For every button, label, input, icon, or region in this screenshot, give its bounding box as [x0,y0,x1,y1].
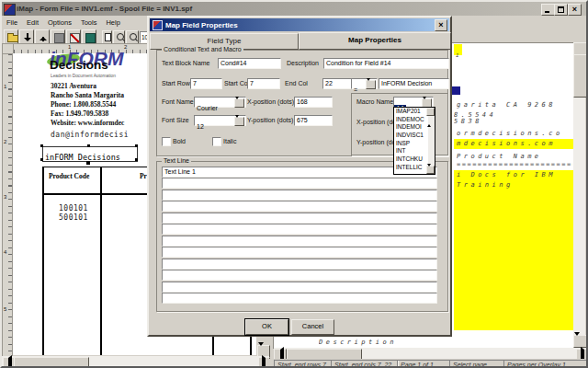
x-position-input[interactable]: 168 [294,97,333,108]
dropdown-option[interactable]: INTELLIC [394,164,426,172]
menu-tools[interactable]: Tools [81,18,97,27]
zoom-out-handle [135,39,138,41]
email-line: dan@informdecisi [51,131,129,139]
y-position-label: Y-position (dots) [247,117,293,123]
operator-combo[interactable]: = [351,78,378,89]
dropdown-option[interactable]: INSP [394,140,426,148]
font-name-combo[interactable]: Courier [194,97,246,108]
dialog-title-bar[interactable]: Map Field Properties × [150,18,449,31]
text-line-input-3[interactable] [162,190,437,201]
cancel-button[interactable]: Cancel [291,319,334,335]
end-col-label: End Col [285,80,308,86]
end-col-input[interactable]: 22 [322,78,352,89]
spool-line: ormdecisions.co [457,130,572,137]
spool-line: mdecisions.com [457,140,572,147]
selection-handle[interactable] [135,144,138,147]
spool-separator-line: ======================== [457,161,572,168]
tab-map-properties[interactable]: Map Properties [299,32,451,50]
address-line: Rancho Santa Margarita [51,91,124,100]
text-line-input-7[interactable] [162,236,437,247]
selected-text-block[interactable]: inFORM Decisions [42,146,138,162]
bold-checkbox[interactable] [162,137,171,146]
spool-scroll-up-button[interactable] [573,42,587,55]
menu-options[interactable]: Options [48,18,72,27]
selection-handle[interactable] [135,158,138,161]
spool-selection-chip [452,86,460,95]
menu-file[interactable]: File [6,18,17,27]
tab-label: Map Properties [348,36,401,44]
dropdown-option[interactable]: INTCHKU [394,155,426,164]
form-hscroll-thumb[interactable] [14,357,89,368]
dropdown-option[interactable]: INDEMOI [394,123,426,132]
start-col-label: Start Col [224,80,249,86]
spool-description-fragment: Description [319,339,429,346]
selection-handle[interactable] [87,144,90,147]
zoom-out-button[interactable] [126,30,139,44]
y-position-input[interactable]: 675 [294,115,333,126]
menu-help[interactable]: Help [106,18,119,27]
spool-highlight-block [454,170,573,330]
logo-tagline: Leaders in Document Automation [51,74,116,78]
zoom-in-handle [122,39,125,41]
menu-edit[interactable]: Edit [27,18,39,27]
zoom-in-button[interactable] [113,30,126,44]
spool-scroll-down-button[interactable] [573,335,587,348]
ok-button[interactable]: OK [245,319,288,335]
teal-block-icon [85,33,96,43]
spool-line: i Docs for IBM [457,171,572,178]
dropdown-scroll-down-button[interactable] [426,166,435,174]
h-ruler-number: 2 [124,44,127,50]
start-row-input[interactable]: 7 [190,78,222,89]
status-pages-per-overlay: Pages per Overlay 1 [503,360,588,368]
maximize-button[interactable] [554,4,568,16]
text-line-input-5[interactable] [162,213,437,224]
italic-checkbox[interactable] [212,137,221,146]
status-select-page[interactable]: Select page [449,360,504,368]
font-size-combo[interactable]: 12 [194,115,246,126]
operator-dropdown-button[interactable] [366,80,376,89]
minimize-button[interactable] [541,4,555,16]
dropdown-option[interactable]: IMAP201 [394,108,426,116]
condition-input[interactable]: InFORM Decision [379,78,449,89]
page-mode-button[interactable] [102,30,112,44]
text-line-input-4[interactable] [162,201,437,212]
font-name-dropdown-button[interactable] [234,98,244,108]
bold-label: Bold [173,138,186,144]
app-window: iMap - Form File = INV1.emf - Spool File… [0,0,588,368]
address-line: Phone: 1.800.858.5544 [51,100,124,109]
v-ruler-number: 2 [4,139,6,144]
start-col-input[interactable]: 7 [247,78,280,89]
text-line-input-2[interactable] [162,178,437,189]
dropdown-scroll-up-button[interactable] [426,108,435,116]
macro-name-dropdown-list: IMAP201 INDEMOC INDEMOI INDVISC1 INSP IN… [393,107,435,175]
address-line: 30221 Aventura [51,82,124,91]
dialog-close-button[interactable]: × [435,19,447,31]
font-size-label: Font Size [162,117,189,123]
gray-block-icon [54,33,64,43]
text-line-input-11[interactable] [162,282,437,293]
selection-handle[interactable] [40,144,43,147]
dropdown-option[interactable]: INT [394,147,426,155]
close-button[interactable]: × [568,4,582,16]
v-ruler-number: 1 [4,84,6,89]
table-header-product-name: Pr [140,172,147,180]
dialog-icon [153,20,163,30]
text-block-name-input[interactable]: Cond#14 [218,58,281,69]
text-line-input-9[interactable] [162,259,437,270]
close-icon: × [438,20,443,29]
text-line-input-12[interactable] [162,293,437,304]
description-input[interactable]: Condition for Field #14 [323,58,449,69]
selection-handle[interactable] [40,158,43,161]
dropdown-option[interactable]: INDVISC1 [394,132,426,140]
app-icon [4,4,16,16]
font-size-dropdown-button[interactable] [234,117,244,126]
italic-label: Italic [223,138,236,144]
dropdown-option[interactable]: INDEMOC [394,116,426,124]
text-line-input-6[interactable] [162,224,437,235]
text-line-input-10[interactable] [162,270,437,281]
spool-vscroll-thumb[interactable] [573,54,587,98]
start-row-label: Start Row [162,80,190,86]
address-line: Website: www.informdec [51,119,124,128]
text-line-input-8[interactable] [162,247,437,258]
selection-handle[interactable] [86,161,90,165]
